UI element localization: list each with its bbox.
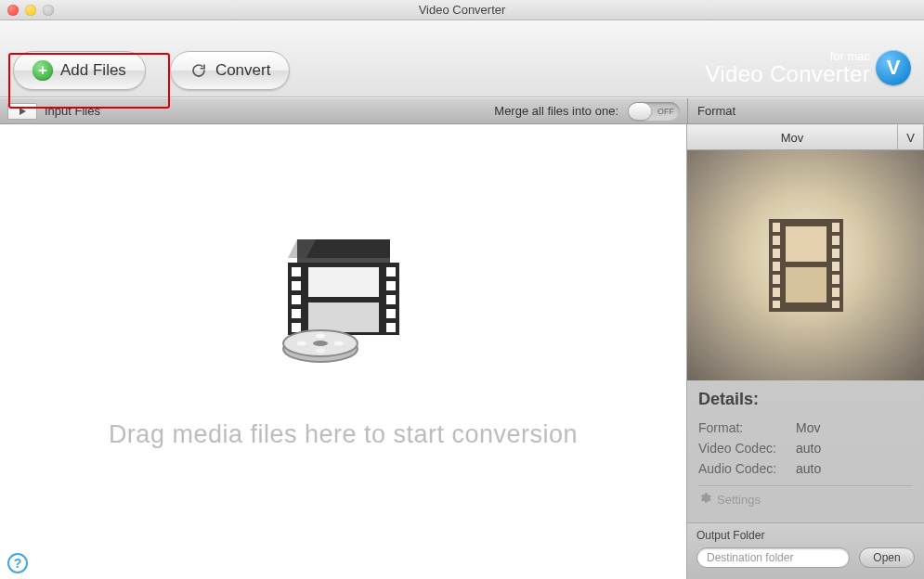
merge-label: Merge all files into one:	[494, 104, 618, 118]
svg-rect-6	[292, 281, 301, 290]
details-title: Details:	[698, 390, 913, 409]
help-icon: ?	[14, 556, 22, 571]
svg-marker-0	[20, 108, 26, 115]
svg-rect-36	[832, 275, 839, 284]
zoom-window-button[interactable]	[43, 5, 54, 16]
detail-video-codec-row: Video Codec: auto	[698, 441, 913, 456]
help-button[interactable]: ?	[7, 553, 28, 573]
output-folder-title: Output Folder	[696, 529, 915, 542]
app-logo-icon: V	[876, 50, 911, 85]
open-button-label: Open	[873, 551, 900, 564]
svg-rect-12	[386, 295, 396, 304]
svg-rect-25	[773, 223, 780, 232]
gear-icon	[698, 492, 711, 508]
svg-rect-31	[773, 301, 780, 308]
details-section: Details: Format: Mov Video Codec: auto A…	[687, 380, 924, 511]
svg-rect-10	[386, 267, 396, 277]
svg-rect-27	[773, 249, 780, 258]
subbar: Input Files Merge all files into one: OF…	[0, 97, 924, 124]
branding-subtitle: for mac	[706, 50, 871, 63]
svg-rect-30	[773, 288, 780, 297]
add-files-label: Add Files	[60, 61, 126, 80]
branding-title: Video Converter	[706, 62, 871, 85]
tab-v[interactable]: V	[898, 124, 924, 149]
svg-rect-15	[308, 267, 379, 297]
svg-rect-37	[832, 288, 839, 297]
format-panel: Mov V Details:	[687, 124, 924, 579]
svg-rect-16	[308, 302, 379, 332]
body: Drag media files here to start conversio…	[0, 124, 924, 579]
svg-rect-7	[292, 295, 301, 304]
convert-button[interactable]: Convert	[170, 51, 291, 90]
svg-rect-13	[386, 309, 396, 318]
svg-rect-38	[832, 301, 839, 308]
format-label: Format	[697, 104, 735, 118]
window-controls	[7, 5, 54, 16]
open-output-button[interactable]: Open	[859, 547, 915, 568]
svg-rect-32	[832, 223, 839, 232]
convert-icon	[189, 61, 208, 80]
svg-rect-26	[773, 236, 780, 245]
svg-point-23	[316, 349, 325, 354]
close-window-button[interactable]	[7, 5, 19, 16]
svg-point-19	[313, 341, 328, 346]
detail-format-label: Format:	[698, 420, 787, 435]
detail-video-codec-value: auto	[796, 441, 821, 456]
subbar-left: Input Files Merge all files into one: OF…	[0, 98, 687, 123]
svg-rect-35	[832, 262, 839, 271]
svg-rect-39	[786, 226, 826, 262]
format-tabs: Mov V	[687, 124, 924, 150]
svg-rect-40	[786, 267, 826, 302]
format-panel-header: Format	[687, 98, 924, 123]
svg-rect-28	[773, 262, 780, 271]
svg-rect-34	[832, 249, 839, 258]
output-folder-field[interactable]: Destination folder	[696, 547, 850, 568]
svg-rect-11	[386, 281, 396, 290]
detail-format-value: Mov	[796, 420, 820, 435]
svg-point-20	[297, 341, 306, 346]
svg-point-22	[316, 334, 325, 339]
detail-audio-codec-label: Audio Codec:	[698, 461, 787, 476]
dropzone[interactable]: Drag media files here to start conversio…	[0, 124, 687, 579]
toolbar: + Add Files Convert for mac Video Conver…	[0, 20, 924, 97]
detail-video-codec-label: Video Codec:	[698, 441, 787, 456]
dropzone-hint: Drag media files here to start conversio…	[0, 420, 686, 449]
svg-rect-33	[832, 236, 839, 245]
film-reel-illustration	[269, 230, 418, 382]
output-folder-section: Output Folder Destination folder Open	[687, 522, 924, 579]
detail-format-row: Format: Mov	[698, 420, 913, 435]
branding: for mac Video Converter V	[706, 32, 912, 86]
add-files-button[interactable]: + Add Files	[13, 51, 146, 90]
svg-point-21	[334, 341, 344, 346]
merge-toggle[interactable]: OFF	[628, 102, 680, 121]
svg-rect-9	[292, 323, 301, 332]
tab-mov[interactable]: Mov	[687, 124, 898, 149]
convert-label: Convert	[215, 61, 271, 80]
window-title: Video Converter	[0, 3, 924, 17]
svg-rect-8	[292, 309, 301, 318]
input-files-label: Input Files	[45, 104, 100, 118]
output-folder-placeholder: Destination folder	[707, 551, 793, 564]
plus-icon: +	[33, 60, 53, 81]
detail-audio-codec-value: auto	[796, 461, 821, 476]
play-thumb-icon[interactable]	[7, 103, 37, 120]
merge-toggle-state: OFF	[657, 107, 674, 116]
svg-rect-29	[773, 275, 780, 284]
titlebar: Video Converter	[0, 0, 924, 20]
minimize-window-button[interactable]	[25, 5, 36, 16]
svg-rect-14	[386, 323, 396, 332]
settings-link[interactable]: Settings	[698, 485, 913, 508]
settings-label: Settings	[717, 493, 761, 507]
format-preview-thumbnail	[687, 150, 924, 380]
svg-rect-5	[292, 267, 301, 277]
detail-audio-codec-row: Audio Codec: auto	[698, 461, 913, 476]
